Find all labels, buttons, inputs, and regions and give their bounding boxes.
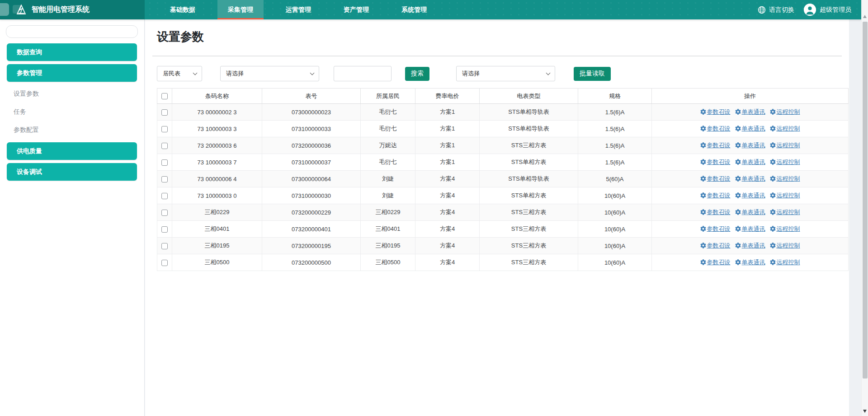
action-label: 参数召设 [707, 242, 731, 250]
action-link-远程控制[interactable]: 远程控制 [770, 208, 800, 216]
action-link-远程控制[interactable]: 远程控制 [770, 242, 800, 250]
action-link-单表通讯[interactable]: 单表通讯 [735, 242, 765, 250]
nav-item-采集管理[interactable]: 采集管理 [217, 0, 264, 19]
sidebar-subitem-任务[interactable]: 任务 [0, 103, 144, 121]
action-link-参数召设[interactable]: 参数召设 [700, 158, 731, 166]
nav-item-运营管理[interactable]: 运营管理 [275, 0, 321, 19]
row-checkbox[interactable] [161, 176, 168, 182]
scroll-down-arrow-icon[interactable] [863, 410, 867, 413]
filter-select-2[interactable]: 请选择 [456, 66, 555, 81]
table-header-row: 条码名称表号所属居民费率电价电表类型规格操作 [157, 89, 849, 104]
action-link-单表通讯[interactable]: 单表通讯 [735, 141, 765, 150]
row-checkbox[interactable] [161, 143, 168, 149]
nav-item-基础数据[interactable]: 基础数据 [160, 0, 206, 19]
action-link-参数召设[interactable]: 参数召设 [700, 125, 731, 133]
meter-no-cell: 073200000036 [262, 137, 361, 154]
sidebar-item-数据查询[interactable]: 数据查询 [7, 43, 137, 61]
search-button[interactable]: 搜索 [405, 67, 429, 81]
gear-icon [770, 192, 776, 198]
action-link-远程控制[interactable]: 远程控制 [770, 108, 800, 116]
action-link-远程控制[interactable]: 远程控制 [770, 225, 800, 233]
action-label: 单表通讯 [742, 125, 765, 133]
gear-icon [770, 126, 776, 131]
action-link-远程控制[interactable]: 远程控制 [770, 141, 800, 150]
chevron-down-icon [193, 71, 198, 75]
nav-item-资产管理[interactable]: 资产管理 [333, 0, 379, 19]
action-link-单表通讯[interactable]: 单表通讯 [735, 225, 765, 233]
action-label: 单表通讯 [742, 192, 765, 200]
action-link-参数召设[interactable]: 参数召设 [700, 141, 731, 150]
barcode-name-cell: 三相0500 [172, 254, 262, 271]
column-header-条码名称: 条码名称 [172, 89, 262, 104]
table-type-select[interactable]: 居民表 [157, 66, 202, 81]
batch-read-button[interactable]: 批量读取 [574, 67, 611, 81]
scrollbar-thumb[interactable] [863, 22, 868, 379]
sidebar-search-input[interactable] [6, 25, 138, 38]
action-link-参数召设[interactable]: 参数召设 [700, 175, 731, 183]
row-checkbox[interactable] [161, 109, 168, 116]
nav-item-系统管理[interactable]: 系统管理 [391, 0, 437, 19]
actions-cell: 参数召设单表通讯远程控制 [652, 171, 849, 187]
action-link-单表通讯[interactable]: 单表通讯 [735, 158, 765, 166]
action-link-单表通讯[interactable]: 单表通讯 [735, 125, 765, 133]
language-switch[interactable]: 语言切换 [769, 6, 794, 14]
action-link-远程控制[interactable]: 远程控制 [770, 158, 800, 166]
action-link-远程控制[interactable]: 远程控制 [770, 175, 800, 183]
row-checkbox[interactable] [161, 159, 168, 166]
resident-cell: 三相0500 [361, 254, 415, 271]
select-all-checkbox[interactable] [161, 93, 168, 99]
row-checkbox[interactable] [161, 260, 168, 266]
row-checkbox[interactable] [161, 243, 168, 249]
table-row: 73 00000006 4073000000064刘婕方案4STS单相导轨表5(… [157, 171, 849, 187]
scroll-up-arrow-icon[interactable] [863, 15, 867, 18]
gear-icon [700, 142, 706, 148]
action-label: 单表通讯 [742, 158, 765, 166]
action-link-参数召设[interactable]: 参数召设 [700, 208, 731, 216]
action-link-单表通讯[interactable]: 单表通讯 [735, 108, 765, 116]
sidebar-subitem-设置参数[interactable]: 设置参数 [0, 85, 144, 103]
action-link-参数召设[interactable]: 参数召设 [700, 108, 731, 116]
barcode-name-cell: 三相0401 [172, 221, 262, 238]
spec-cell: 1.5(6)A [578, 104, 652, 121]
resident-cell: 三相0195 [361, 238, 415, 254]
main-nav: 基础数据采集管理运营管理资产管理系统管理 [154, 0, 443, 19]
action-link-单表通讯[interactable]: 单表通讯 [735, 208, 765, 216]
actions-cell: 参数召设单表通讯远程控制 [652, 254, 849, 271]
table-row: 73 10000003 7073100000037毛衍七方案1STS单相方表1.… [157, 154, 849, 171]
gear-icon [770, 226, 776, 232]
row-checkbox[interactable] [161, 193, 168, 199]
action-link-参数召设[interactable]: 参数召设 [700, 192, 731, 200]
row-checkbox[interactable] [161, 126, 168, 132]
row-checkbox[interactable] [161, 210, 168, 216]
meter-type-cell: STS三相方表 [480, 204, 578, 221]
action-link-单表通讯[interactable]: 单表通讯 [735, 192, 765, 200]
meter-no-cell: 073200000401 [262, 221, 361, 238]
sidebar-menu: 数据查询参数管理设置参数任务参数配置供电质量设备调试 [0, 43, 144, 181]
filter-select-1[interactable]: 请选择 [220, 66, 319, 81]
action-link-单表通讯[interactable]: 单表通讯 [735, 175, 765, 183]
keyword-input[interactable] [334, 66, 392, 81]
action-link-单表通讯[interactable]: 单表通讯 [735, 258, 765, 266]
action-link-参数召设[interactable]: 参数召设 [700, 225, 731, 233]
gear-icon [770, 142, 776, 148]
resident-cell: 毛衍七 [361, 121, 415, 137]
action-label: 单表通讯 [742, 208, 765, 216]
tariff-cell: 方案1 [415, 154, 480, 171]
user-menu[interactable]: 超级管理员 [804, 4, 851, 16]
row-checkbox[interactable] [161, 226, 168, 233]
actions-cell: 参数召设单表通讯远程控制 [652, 221, 849, 238]
action-link-远程控制[interactable]: 远程控制 [770, 125, 800, 133]
chevron-down-icon [310, 71, 315, 75]
action-link-参数召设[interactable]: 参数召设 [700, 258, 731, 266]
actions-cell: 参数召设单表通讯远程控制 [652, 104, 849, 121]
action-link-参数召设[interactable]: 参数召设 [700, 242, 731, 250]
app-title: 智能用电管理系统 [32, 5, 90, 14]
action-link-远程控制[interactable]: 远程控制 [770, 192, 800, 200]
action-label: 远程控制 [777, 158, 800, 166]
sidebar-item-参数管理[interactable]: 参数管理 [7, 64, 137, 82]
sidebar-item-供电质量[interactable]: 供电质量 [7, 142, 137, 160]
sidebar-subitem-参数配置[interactable]: 参数配置 [0, 121, 144, 139]
sidebar-item-设备调试[interactable]: 设备调试 [7, 163, 137, 181]
gear-icon [735, 109, 741, 115]
action-link-远程控制[interactable]: 远程控制 [770, 258, 800, 266]
